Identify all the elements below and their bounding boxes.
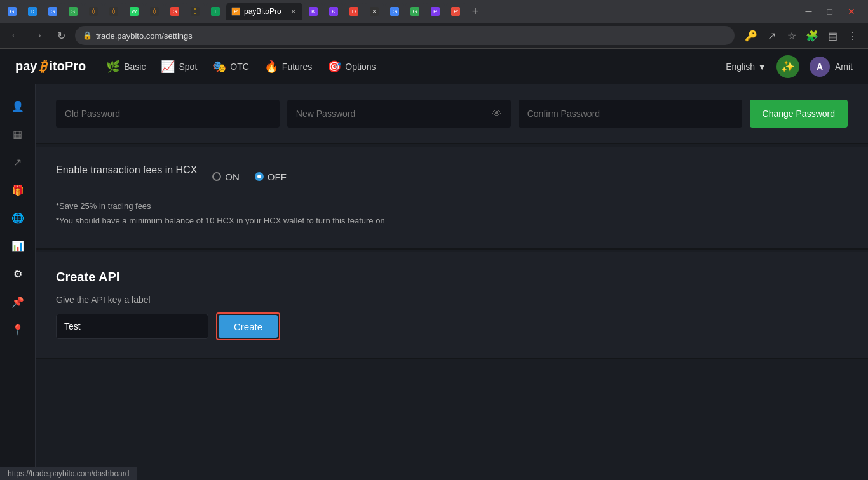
tab-7[interactable]: W	[125, 3, 144, 20]
tab-16[interactable]: X	[365, 3, 384, 20]
sidebar-item-chart[interactable]: 📊	[6, 234, 29, 257]
tab-2[interactable]: D	[23, 3, 42, 20]
sidebar-item-cards[interactable]: ▦	[6, 123, 29, 145]
tab-6[interactable]: ₿	[104, 3, 123, 20]
tab-favicon-17: G	[390, 7, 399, 16]
user-icon: 👤	[11, 100, 24, 112]
tab-10[interactable]: ₿	[186, 3, 205, 20]
share-icon[interactable]: ↗	[763, 27, 780, 44]
refresh-button[interactable]: ↻	[52, 27, 70, 44]
futures-icon: 🔥	[264, 60, 278, 74]
sidebar-item-globe[interactable]: 🌐	[6, 206, 29, 229]
user-name[interactable]: Amit	[835, 62, 853, 72]
close-button[interactable]: ✕	[843, 4, 860, 19]
new-tab-button[interactable]: +	[466, 3, 484, 20]
transfer-icon: ↗	[13, 156, 22, 168]
language-selector[interactable]: English ▼	[726, 62, 766, 72]
sidebar-item-location[interactable]: 📍	[6, 318, 29, 341]
maximize-button[interactable]: □	[822, 4, 837, 19]
tab-9[interactable]: G	[165, 3, 184, 20]
tab-active[interactable]: P payBitoPro ✕	[226, 3, 302, 20]
tab-favicon-16: X	[370, 7, 379, 16]
new-password-input[interactable]	[296, 109, 487, 119]
extensions-icon[interactable]: 🧩	[803, 27, 821, 44]
nav-right: English ▼ ✨ A Amit	[726, 55, 853, 78]
user-avatar: A	[810, 57, 830, 77]
sidebar-item-user[interactable]: 👤	[6, 95, 29, 117]
tab-13[interactable]: K	[304, 3, 323, 20]
hcx-on-radio[interactable]	[212, 172, 221, 181]
sidebar-item-transfer[interactable]: ↗	[6, 150, 29, 173]
basic-icon: 🌿	[106, 60, 120, 74]
tab-17[interactable]: G	[385, 3, 404, 20]
sidebar-item-pin[interactable]: 📌	[6, 290, 29, 313]
old-password-input[interactable]	[65, 109, 271, 119]
main-body: 👤 ▦ ↗ 🎁 🌐 📊 ⚙ 📌 📍	[0, 84, 868, 480]
nav-item-basic[interactable]: 🌿 Basic	[106, 57, 146, 76]
hcx-title: Enable transaction fees in HCX	[56, 164, 197, 176]
sidebar-item-settings[interactable]: ⚙	[6, 262, 29, 285]
tab-close-active[interactable]: ✕	[289, 6, 297, 17]
nav-item-otc[interactable]: 🎭 OTC	[212, 57, 249, 76]
create-button-wrap: Create	[216, 312, 280, 340]
api-label-input[interactable]	[56, 314, 208, 339]
eye-icon[interactable]: 👁	[492, 108, 502, 119]
tab-favicon-9: G	[170, 7, 179, 16]
tab-18[interactable]: G	[405, 3, 424, 20]
star-button[interactable]: ✨	[776, 55, 799, 78]
tab-favicon-15: D	[349, 7, 358, 16]
tab-favicon-19: P	[431, 7, 440, 16]
hcx-title-row: Enable transaction fees in HCX ON OFF	[56, 164, 848, 189]
url-text: trade.paybito.com/settings	[96, 31, 193, 41]
tab-1[interactable]: G	[3, 3, 22, 20]
tab-14[interactable]: K	[324, 3, 343, 20]
hcx-off-option[interactable]: OFF	[255, 171, 287, 182]
create-api-button[interactable]: Create	[219, 315, 278, 338]
tab-favicon-3: G	[48, 7, 57, 16]
options-icon: 🎯	[327, 60, 341, 74]
sidebar-toggle-icon[interactable]: ▤	[824, 27, 841, 44]
tab-4[interactable]: S	[64, 3, 83, 20]
nav-item-options[interactable]: 🎯 Options	[327, 57, 376, 76]
top-nav: pay₿itoPro 🌿 Basic 📈 Spot 🎭 OTC 🔥 Future…	[0, 49, 868, 84]
back-button[interactable]: ←	[6, 27, 24, 44]
tab-bar: G D G S ₿ ₿ W ₿ G ₿ + P	[0, 0, 868, 23]
address-bar[interactable]: 🔒 trade.paybito.com/settings	[75, 26, 735, 45]
tab-active-favicon: P	[231, 7, 240, 16]
tab-5[interactable]: ₿	[84, 3, 103, 20]
tab-19[interactable]: P	[426, 3, 445, 20]
tab-11[interactable]: +	[206, 3, 225, 20]
nav-item-futures[interactable]: 🔥 Futures	[264, 57, 312, 76]
tab-favicon-18: G	[410, 7, 419, 16]
tab-favicon-20: P	[451, 7, 460, 16]
hcx-off-radio[interactable]	[255, 172, 264, 181]
tab-favicon-5: ₿	[89, 7, 98, 16]
hcx-radio-group: ON OFF	[212, 171, 287, 182]
api-section: Create API Give the API key a label Crea…	[36, 252, 868, 359]
tab-15[interactable]: D	[344, 3, 363, 20]
tab-favicon-13: K	[309, 7, 318, 16]
confirm-password-input[interactable]	[527, 109, 733, 119]
tab-20[interactable]: P	[446, 3, 465, 20]
globe-icon: 🌐	[11, 212, 24, 224]
otc-icon: 🎭	[212, 60, 226, 74]
nav-item-otc-label: OTC	[230, 62, 249, 72]
sidebar-item-gift[interactable]: 🎁	[6, 178, 29, 201]
tab-favicon-1: G	[8, 7, 17, 16]
logo-text-2: itoPro	[49, 59, 86, 74]
status-bar: https://trade.paybito.com/dashboard	[0, 467, 137, 480]
menu-icon[interactable]: ⋮	[844, 27, 862, 44]
hcx-info-line1: *Save 25% in trading fees	[56, 201, 848, 211]
forward-button[interactable]: →	[29, 27, 47, 44]
tab-3[interactable]: G	[43, 3, 62, 20]
change-password-button[interactable]: Change Password	[750, 100, 848, 128]
tab-favicon-2: D	[28, 7, 37, 16]
nav-item-spot[interactable]: 📈 Spot	[161, 57, 197, 76]
minimize-button[interactable]: ─	[801, 4, 817, 19]
star-icon[interactable]: ☆	[783, 27, 801, 44]
key-icon[interactable]: 🔑	[742, 27, 760, 44]
hcx-section: Enable transaction fees in HCX ON OFF	[36, 147, 868, 250]
tab-8[interactable]: ₿	[145, 3, 164, 20]
hcx-on-label: ON	[225, 171, 240, 182]
hcx-on-option[interactable]: ON	[212, 171, 240, 182]
